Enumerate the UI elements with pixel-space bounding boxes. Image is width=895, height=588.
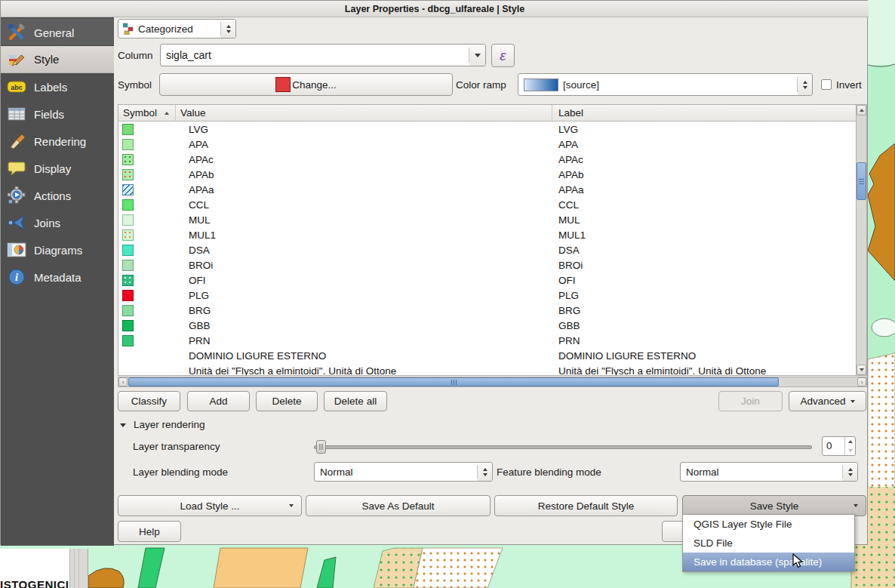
expression-button[interactable]: ε (491, 44, 515, 67)
symbol-swatch[interactable] (122, 275, 134, 286)
layer-rendering-title: Layer rendering (134, 419, 205, 430)
color-ramp-swatch (524, 79, 558, 91)
row-value: BROi (176, 260, 552, 271)
add-button[interactable]: Add (187, 391, 250, 411)
sidebar-item-style[interactable]: Style (1, 46, 114, 73)
sidebar-item-joins[interactable]: Joins (1, 209, 114, 236)
symbol-swatch[interactable] (122, 229, 134, 241)
symbol-swatch[interactable] (122, 169, 134, 180)
delete-button[interactable]: Delete (256, 391, 318, 411)
row-value: MUL (176, 214, 552, 226)
svg-text:abc: abc (11, 84, 23, 91)
scroll-left-icon[interactable]: ‹ (118, 377, 128, 386)
feature-blending-combobox[interactable]: Normal (680, 462, 858, 482)
menu-item[interactable]: Save in database (spatialite) (683, 553, 854, 571)
transparency-slider-handle[interactable] (316, 440, 326, 454)
row-label: MUL (552, 214, 856, 226)
classify-button[interactable]: Classify (118, 391, 180, 411)
svg-text:i: i (15, 272, 18, 283)
vertical-scroll-thumb[interactable] (857, 162, 866, 200)
table-row[interactable]: PLGPLG (118, 288, 856, 303)
row-label: APA (552, 139, 856, 150)
symbol-swatch[interactable] (122, 184, 134, 195)
info-icon: i (7, 267, 26, 287)
symbol-swatch[interactable] (122, 290, 134, 301)
column-header-label[interactable]: Label (552, 105, 856, 121)
symbol-swatch[interactable] (122, 199, 134, 211)
renderer-combobox[interactable]: Categorized (118, 19, 236, 38)
horizontal-scroll-thumb[interactable] (128, 377, 779, 386)
table-row[interactable]: CCLCCL (118, 197, 856, 212)
menu-item[interactable]: QGIS Layer Style File (683, 515, 854, 534)
delete-all-button[interactable]: Delete all (324, 391, 387, 411)
column-combobox[interactable]: sigla_cart (160, 44, 486, 66)
table-row[interactable]: APAaAPAa (118, 182, 856, 197)
layer-blending-label: Layer blending mode (133, 466, 228, 478)
save-as-default-button[interactable]: Save As Default (306, 495, 491, 516)
scroll-down-icon[interactable] (857, 365, 866, 375)
symbol-swatch[interactable] (122, 260, 134, 271)
menu-item[interactable]: SLD File (683, 534, 854, 553)
sidebar-item-diagrams[interactable]: Diagrams (1, 236, 114, 263)
symbol-swatch[interactable] (122, 139, 134, 150)
table-row[interactable]: APAAPA (118, 137, 856, 152)
table-row[interactable]: PRNPRN (118, 333, 856, 348)
restore-default-style-button[interactable]: Restore Default Style (494, 495, 678, 516)
row-label: GBB (552, 320, 856, 331)
load-style-button[interactable]: Load Style ... (118, 495, 302, 516)
transparency-spinbox[interactable]: 0 (822, 436, 856, 456)
row-label: PRN (552, 335, 856, 346)
sidebar-item-metadata[interactable]: i Metadata (1, 263, 114, 291)
symbol-swatch[interactable] (122, 245, 134, 256)
column-header-symbol[interactable]: Symbol (118, 105, 176, 121)
table-vertical-scrollbar[interactable] (856, 104, 867, 376)
table-row[interactable]: DSADSA (118, 242, 856, 257)
dialog-title: Layer Properties - dbcg_ulfareale | Styl… (345, 4, 524, 14)
table-row[interactable]: LVGLVG (118, 122, 856, 137)
table-horizontal-scrollbar[interactable]: ‹ › (118, 377, 867, 387)
table-row[interactable]: MUL1MUL1 (118, 227, 856, 242)
qgis-screen: ISTOGENICI Layer Properties - dbcg_ulfar… (0, 0, 895, 588)
invert-checkbox[interactable] (821, 79, 832, 90)
table-row[interactable]: GBBGBB (118, 318, 856, 333)
layer-blending-combobox[interactable]: Normal (314, 462, 493, 482)
help-button[interactable]: Help (118, 521, 181, 542)
layers-panel-scrollbar[interactable] (70, 549, 88, 588)
sidebar-item-label: Labels (34, 81, 67, 94)
symbol-swatch[interactable] (122, 154, 134, 165)
table-row[interactable]: BRGBRG (118, 303, 856, 318)
table-row[interactable]: DOMINIO LIGURE ESTERNODOMINIO LIGURE EST… (118, 348, 856, 363)
sidebar-item-general[interactable]: General (1, 19, 114, 46)
save-style-button[interactable]: Save Style (682, 495, 866, 516)
advanced-button[interactable]: Advanced (789, 391, 866, 411)
sidebar-item-actions[interactable]: Actions (1, 182, 114, 209)
spin-down-icon[interactable] (845, 446, 855, 455)
table-row[interactable]: APAcAPAc (118, 152, 856, 167)
sidebar-item-rendering[interactable]: Rendering (1, 128, 114, 155)
column-header-value[interactable]: Value (176, 105, 552, 121)
color-ramp-combobox[interactable]: [source] (518, 73, 813, 96)
sidebar-item-label: Display (34, 162, 71, 175)
symbol-swatch[interactable] (122, 124, 134, 135)
symbol-swatch[interactable] (122, 320, 134, 331)
sidebar-item-fields[interactable]: Fields (1, 100, 114, 128)
table-row[interactable]: APAbAPAb (118, 167, 856, 182)
collapse-triangle-icon[interactable] (120, 423, 126, 427)
symbol-swatch[interactable] (122, 335, 134, 346)
scroll-right-icon[interactable]: › (857, 377, 866, 386)
row-value: PLG (176, 290, 552, 301)
table-row[interactable]: BROiBROi (118, 257, 856, 272)
join-button[interactable]: Join (718, 391, 783, 411)
table-row[interactable]: Unità dei "Flysch a elmintoidi". Unità d… (118, 363, 856, 376)
sidebar-item-labels[interactable]: abc Labels (1, 73, 114, 100)
symbol-swatch[interactable] (122, 214, 134, 226)
symbol-swatch[interactable] (122, 305, 134, 316)
spin-up-icon[interactable] (845, 437, 855, 446)
scroll-up-icon[interactable] (857, 105, 866, 115)
table-row[interactable]: MULMUL (118, 212, 856, 227)
transparency-slider[interactable] (314, 445, 812, 449)
sidebar-item-display[interactable]: Display (1, 155, 114, 182)
symbol-change-button[interactable]: Change... (159, 73, 453, 96)
table-row[interactable]: OFIOFI (118, 272, 856, 288)
dialog-titlebar[interactable]: Layer Properties - dbcg_ulfareale | Styl… (1, 1, 869, 17)
